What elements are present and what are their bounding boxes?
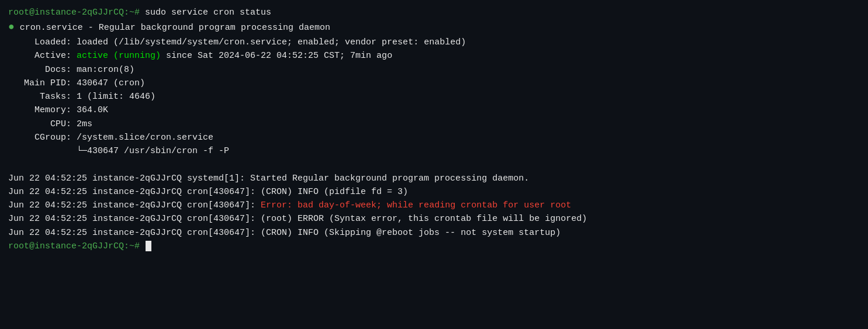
memory-label: Memory: [8, 105, 71, 115]
cgroup-value: /system.slice/cron.service [71, 133, 213, 143]
status-bullet: ● [8, 21, 15, 33]
active-label: Active: [8, 51, 71, 61]
docs-label: Docs: [8, 65, 71, 75]
mainpid-line: Main PID: 430647 (cron) [8, 77, 860, 90]
loaded-line: Loaded: loaded (/lib/systemd/system/cron… [8, 36, 860, 49]
command: sudo service cron status [140, 8, 271, 18]
prompt: root@instance-2qGJJrCQ:~# [8, 8, 140, 18]
cgroup-line: CGroup: /system.slice/cron.service [8, 131, 860, 144]
command-line: root@instance-2qGJJrCQ:~# sudo service c… [8, 6, 860, 19]
mainpid-value: 430647 (cron) [71, 78, 145, 88]
tasks-value: 1 (limit: 4646) [71, 92, 155, 102]
docs-line: Docs: man:cron(8) [8, 63, 860, 77]
loaded-label: Loaded: [8, 37, 71, 47]
cpu-value: 2ms [71, 119, 92, 129]
final-prompt: root@instance-2qGJJrCQ:~# [8, 241, 140, 251]
memory-value: 364.0K [71, 105, 108, 115]
log-line-4: Jun 22 04:52:25 instance-2qGJJrCQ cron[4… [8, 212, 860, 226]
service-header-line: ● cron.service - Regular background prog… [8, 19, 860, 36]
docs-value: man:cron(8) [71, 65, 134, 75]
log-line-2: Jun 22 04:52:25 instance-2qGJJrCQ cron[4… [8, 185, 860, 199]
log3-error: Error: bad day-of-week; while reading cr… [261, 200, 571, 210]
final-prompt-line: root@instance-2qGJJrCQ:~# [8, 240, 860, 253]
active-line: Active: active (running) since Sat 2024-… [8, 49, 860, 63]
log-line-5: Jun 22 04:52:25 instance-2qGJJrCQ cron[4… [8, 226, 860, 240]
terminal: root@instance-2qGJJrCQ:~# sudo service c… [8, 6, 860, 253]
memory-line: Memory: 364.0K [8, 103, 860, 117]
active-rest: since Sat 2024-06-22 04:52:25 CST; 7min … [161, 51, 392, 61]
cpu-label: CPU: [8, 119, 71, 129]
cgroup-sub-line: └─430647 /usr/sbin/cron -f -P [8, 144, 860, 158]
loaded-value: loaded (/lib/systemd/system/cron.service… [71, 37, 466, 47]
service-header-text: cron.service - Regular background progra… [15, 23, 330, 33]
tasks-label: Tasks: [8, 92, 71, 102]
log-line-1: Jun 22 04:52:25 instance-2qGJJrCQ system… [8, 172, 860, 185]
blank-line [8, 158, 860, 171]
cgroup-label: CGroup: [8, 133, 71, 143]
active-running: active (running) [71, 51, 161, 61]
log3-prefix: Jun 22 04:52:25 instance-2qGJJrCQ cron[4… [8, 200, 261, 210]
mainpid-label: Main PID: [8, 78, 71, 88]
cursor [146, 241, 151, 251]
cpu-line: CPU: 2ms [8, 117, 860, 131]
log-line-3: Jun 22 04:52:25 instance-2qGJJrCQ cron[4… [8, 199, 860, 212]
tasks-line: Tasks: 1 (limit: 4646) [8, 90, 860, 103]
